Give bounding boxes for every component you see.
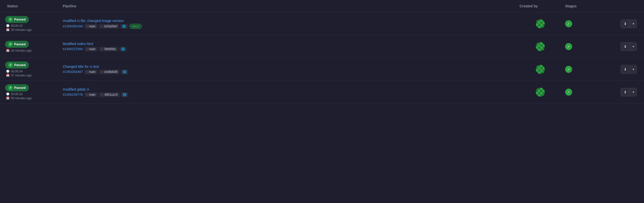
download-icon[interactable]: ⬇: [621, 65, 630, 73]
branch-icon: ⑂: [86, 93, 88, 96]
commit-value: b33a05ef: [104, 25, 117, 28]
time-ago-meta: 📅 50 minutes ago: [6, 96, 61, 100]
pipeline-id[interactable]: #1350233778: [63, 93, 83, 96]
pipeline-meta: #1350283184 ⑂ main ↔ b33a05ef 🌐 latest: [63, 24, 516, 29]
svg-rect-42: [536, 65, 538, 67]
dropdown-arrow-icon[interactable]: ▾: [630, 20, 637, 28]
download-button-group[interactable]: ⬇ ▾: [620, 42, 637, 51]
pipeline-title[interactable]: Changed title for ci test: [63, 65, 516, 69]
calendar-icon: 📅: [6, 49, 10, 52]
duration-meta: 🕐 00:00:33: [6, 24, 61, 28]
latest-badge: latest: [129, 24, 142, 29]
schedule-icon: 🌐: [122, 25, 126, 28]
pipeline-id[interactable]: #1350272394: [63, 47, 83, 51]
calendar-icon: 📅: [6, 74, 10, 77]
passed-icon: ✓: [8, 42, 13, 47]
branch-tag: ⑂ main: [84, 24, 97, 29]
download-icon[interactable]: ⬇: [621, 43, 630, 51]
schedule-tag: 🌐: [121, 70, 128, 74]
schedule-icon: 🌐: [121, 47, 125, 51]
schedule-icon: 🌐: [123, 93, 126, 96]
commit-icon: ↔: [101, 93, 103, 96]
pipeline-id[interactable]: #1350253487: [63, 70, 83, 74]
stages-cell: ✓: [563, 89, 609, 96]
svg-rect-74: [536, 94, 538, 97]
clock-icon: 🕐: [6, 24, 10, 27]
status-badge: ✓ Passed: [5, 41, 29, 48]
svg-rect-14: [536, 26, 538, 28]
svg-rect-65: [543, 88, 545, 90]
pipeline-title[interactable]: modified gitlab ci: [63, 87, 516, 91]
duration-meta: 🕐 00:00:32: [6, 92, 61, 96]
commit-hash: ↔ 5fb6f08c: [99, 47, 118, 51]
time-ago: 30 minutes ago: [11, 28, 32, 32]
status-cell: ✓ Passed 📅 34 minutes ago: [5, 41, 61, 52]
pipeline-cell: Changed title for ci test #1350253487 ⑂ …: [61, 65, 518, 74]
table-row: ✓ Passed 🕐 00:00:34 📅 47 minutes ago Cha…: [0, 58, 644, 81]
time-ago-meta: 📅 47 minutes ago: [6, 74, 61, 77]
column-created-by: Created by: [518, 3, 563, 10]
status-cell: ✓ Passed 🕐 00:00:32 📅 50 minutes ago: [5, 84, 61, 100]
created-by-cell: [518, 88, 563, 97]
stage-check-icon: ✓: [565, 89, 572, 96]
stages-cell: ✓: [563, 20, 609, 27]
created-by-cell: [518, 65, 563, 74]
status-cell: ✓ Passed 🕐 00:00:33 📅 30 minutes ago: [5, 16, 61, 32]
avatar: [536, 42, 545, 51]
svg-rect-77: [543, 94, 545, 97]
avatar: [536, 88, 545, 97]
svg-rect-57: [543, 72, 545, 74]
status-label: Passed: [14, 63, 26, 67]
svg-rect-37: [543, 49, 545, 51]
pipeline-meta: #1350253487 ⑂ main ↔ dc88d0d5 🌐: [63, 70, 516, 74]
branch-icon: ⑂: [86, 25, 88, 28]
branch-name: main: [89, 47, 96, 51]
calendar-icon: 📅: [6, 28, 10, 31]
stage-check-icon: ✓: [565, 20, 572, 27]
download-icon[interactable]: ⬇: [621, 20, 630, 28]
stage-check-icon: ✓: [565, 66, 572, 73]
status-badge: ✓ Passed: [5, 84, 29, 91]
schedule-icon: 🌐: [123, 70, 126, 74]
pipeline-title[interactable]: Modified index.html: [63, 42, 516, 46]
status-label: Passed: [14, 42, 26, 46]
dropdown-arrow-icon[interactable]: ▾: [630, 43, 637, 50]
status-badge: ✓ Passed: [5, 62, 29, 69]
download-button-group[interactable]: ⬇ ▾: [620, 88, 637, 96]
passed-icon: ✓: [8, 63, 13, 67]
time-ago: 50 minutes ago: [11, 96, 32, 100]
branch-tag: ⑂ main: [84, 47, 97, 51]
svg-rect-34: [536, 49, 538, 51]
clock-icon: 🕐: [6, 70, 10, 73]
download-button-group[interactable]: ⬇ ▾: [620, 19, 637, 28]
branch-icon: ⑂: [86, 48, 88, 51]
branch-name: main: [89, 70, 96, 74]
pipeline-title[interactable]: modified ci file; changed image version: [63, 19, 516, 23]
pipeline-cell: modified gitlab ci #1350233778 ⑂ main ↔ …: [61, 87, 518, 97]
svg-rect-62: [536, 88, 538, 90]
status-label: Passed: [14, 17, 26, 21]
actions-cell: ⬇ ▾: [609, 42, 639, 51]
status-badge: ✓ Passed: [5, 16, 29, 23]
actions-cell: ⬇ ▾: [609, 19, 639, 28]
status-label: Passed: [14, 86, 26, 90]
commit-hash: ↔ 4861a1c5: [99, 92, 120, 97]
passed-icon: ✓: [8, 17, 13, 22]
dropdown-arrow-icon[interactable]: ▾: [630, 88, 637, 96]
schedule-tag: 🌐: [121, 92, 128, 97]
branch-tag: ⑂ main: [84, 70, 97, 74]
svg-rect-45: [543, 65, 545, 67]
status-meta: 🕐 00:00:32 📅 50 minutes ago: [5, 92, 61, 100]
pipeline-meta: #1350272394 ⑂ main ↔ 5fb6f08c 🌐: [63, 47, 516, 51]
branch-tag: ⑂ main: [84, 92, 97, 97]
commit-hash: ↔ dc88d0d5: [99, 70, 120, 74]
stage-check-icon: ✓: [565, 43, 572, 50]
time-ago: 34 minutes ago: [11, 49, 32, 52]
pipeline-id[interactable]: #1350283184: [63, 24, 83, 28]
column-actions: [609, 3, 639, 10]
status-cell: ✓ Passed 🕐 00:00:34 📅 47 minutes ago: [5, 62, 61, 77]
dropdown-arrow-icon[interactable]: ▾: [630, 66, 637, 73]
download-button-group[interactable]: ⬇ ▾: [620, 65, 637, 74]
download-icon[interactable]: ⬇: [621, 88, 630, 96]
branch-icon: ⑂: [86, 70, 88, 73]
